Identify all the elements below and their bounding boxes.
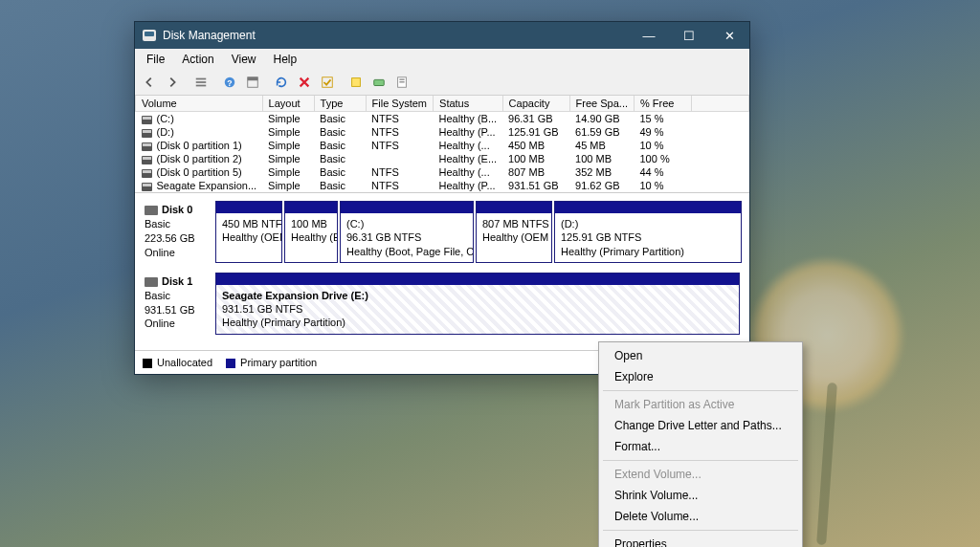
menubar: File Action View Help bbox=[135, 49, 749, 70]
context-menu-item: Mark Partition as Active bbox=[601, 394, 800, 415]
partition[interactable]: (C:)96.31 GB NTFSHealthy (Boot, Page Fil… bbox=[340, 201, 474, 263]
toolbar: ? bbox=[135, 70, 749, 96]
client-area: Volume Layout Type File System Status Ca… bbox=[135, 96, 749, 374]
app-icon bbox=[143, 30, 156, 41]
legend-unallocated: Unallocated bbox=[143, 357, 212, 368]
context-menu-item[interactable]: Open bbox=[601, 345, 800, 366]
disk-label[interactable]: Disk 0Basic223.56 GBOnline bbox=[141, 201, 215, 263]
menu-separator bbox=[603, 390, 798, 391]
partition[interactable]: 807 MB NTFSHealthy (OEM Pa bbox=[476, 201, 552, 263]
volume-icon bbox=[142, 142, 152, 151]
col-volume[interactable]: Volume bbox=[136, 96, 263, 112]
svg-rect-2 bbox=[196, 85, 207, 87]
svg-rect-7 bbox=[323, 77, 333, 88]
table-row[interactable]: (Disk 0 partition 5)SimpleBasicNTFSHealt… bbox=[136, 165, 749, 179]
window-controls: — ☐ ✕ bbox=[629, 22, 749, 49]
partition[interactable]: 100 MBHealthy (E bbox=[284, 201, 338, 263]
detail-icon[interactable] bbox=[242, 73, 263, 92]
volume-icon bbox=[142, 156, 152, 164]
titlebar[interactable]: Disk Management — ☐ ✕ bbox=[135, 22, 749, 49]
svg-rect-6 bbox=[248, 77, 258, 81]
disk-icon bbox=[145, 277, 158, 287]
context-menu-item[interactable]: Shrink Volume... bbox=[601, 485, 800, 506]
properties-icon[interactable] bbox=[391, 73, 412, 92]
menu-separator bbox=[603, 530, 798, 531]
context-menu-item[interactable]: Properties bbox=[601, 534, 800, 547]
col-type[interactable]: Type bbox=[314, 96, 366, 112]
col-status[interactable]: Status bbox=[434, 96, 503, 112]
col-capacity[interactable]: Capacity bbox=[502, 96, 569, 112]
minimize-button[interactable]: — bbox=[629, 22, 669, 49]
context-menu-item[interactable]: Change Drive Letter and Paths... bbox=[601, 415, 800, 436]
svg-rect-0 bbox=[196, 78, 207, 80]
disk-label[interactable]: Disk 1Basic931.51 GBOnline bbox=[141, 273, 215, 335]
svg-rect-11 bbox=[399, 79, 404, 80]
help-icon[interactable]: ? bbox=[219, 73, 240, 92]
disk-icon bbox=[145, 206, 158, 215]
refresh-icon[interactable] bbox=[271, 73, 292, 92]
volume-icon bbox=[142, 116, 152, 124]
col-free[interactable]: Free Spa... bbox=[569, 96, 634, 112]
volume-icon bbox=[142, 183, 152, 191]
partition[interactable]: 450 MB NTFSHealthy (OEM P bbox=[215, 201, 282, 263]
menu-help[interactable]: Help bbox=[266, 51, 305, 68]
volume-header-row: Volume Layout Type File System Status Ca… bbox=[136, 96, 749, 112]
svg-rect-1 bbox=[196, 81, 207, 83]
col-filesystem[interactable]: File System bbox=[366, 96, 433, 112]
table-row[interactable]: (Disk 0 partition 1)SimpleBasicNTFSHealt… bbox=[136, 139, 749, 152]
new-icon[interactable] bbox=[345, 73, 367, 92]
menu-separator bbox=[603, 460, 798, 461]
disk-row: Disk 1Basic931.51 GBOnlineSeagate Expans… bbox=[141, 273, 744, 335]
table-row[interactable]: (C:)SimpleBasicNTFSHealthy (B...96.31 GB… bbox=[136, 112, 749, 126]
context-menu-item: Extend Volume... bbox=[601, 464, 800, 485]
table-row[interactable]: Seagate Expansion...SimpleBasicNTFSHealt… bbox=[136, 179, 749, 192]
disk-icon[interactable] bbox=[368, 73, 390, 92]
col-spare[interactable] bbox=[692, 96, 749, 112]
legend-primary: Primary partition bbox=[226, 357, 317, 368]
forward-button[interactable] bbox=[162, 73, 183, 92]
partition[interactable]: Seagate Expansion Drive (E:)931.51 GB NT… bbox=[215, 273, 740, 335]
table-row[interactable]: (D:)SimpleBasicNTFSHealthy (P...125.91 G… bbox=[136, 125, 749, 139]
col-layout[interactable]: Layout bbox=[262, 96, 314, 112]
partition-context-menu: OpenExploreMark Partition as ActiveChang… bbox=[598, 341, 803, 547]
volume-table: Volume Layout Type File System Status Ca… bbox=[135, 96, 749, 192]
svg-rect-8 bbox=[352, 78, 361, 87]
list-icon[interactable] bbox=[190, 73, 212, 92]
volume-icon bbox=[142, 169, 152, 178]
table-row[interactable]: (Disk 0 partition 2)SimpleBasicHealthy (… bbox=[136, 152, 749, 165]
delete-icon[interactable] bbox=[294, 73, 315, 92]
disk-management-window: Disk Management — ☐ ✕ File Action View H… bbox=[134, 21, 750, 375]
back-button[interactable] bbox=[139, 73, 160, 92]
svg-text:?: ? bbox=[227, 78, 232, 88]
col-pctfree[interactable]: % Free bbox=[635, 96, 692, 112]
close-button[interactable]: ✕ bbox=[709, 22, 749, 49]
maximize-button[interactable]: ☐ bbox=[669, 22, 709, 49]
menu-action[interactable]: Action bbox=[174, 51, 221, 68]
disk-graphical-view: Disk 0Basic223.56 GBOnline450 MB NTFSHea… bbox=[135, 192, 749, 350]
menu-view[interactable]: View bbox=[224, 51, 264, 68]
context-menu-item[interactable]: Delete Volume... bbox=[601, 506, 800, 527]
menu-file[interactable]: File bbox=[139, 51, 172, 68]
partition[interactable]: (D:)125.91 GB NTFSHealthy (Primary Parti… bbox=[554, 201, 742, 263]
context-menu-item[interactable]: Explore bbox=[601, 366, 800, 387]
svg-rect-9 bbox=[374, 79, 385, 85]
window-title: Disk Management bbox=[163, 29, 256, 42]
volume-icon bbox=[142, 129, 152, 138]
context-menu-item[interactable]: Format... bbox=[601, 436, 800, 457]
disk-row: Disk 0Basic223.56 GBOnline450 MB NTFSHea… bbox=[141, 201, 744, 263]
check-icon[interactable] bbox=[317, 73, 338, 92]
svg-rect-12 bbox=[399, 81, 404, 82]
